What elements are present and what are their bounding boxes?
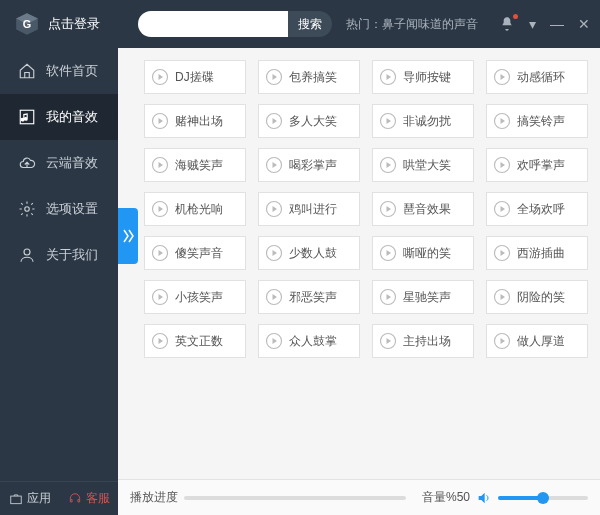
sound-tile[interactable]: 嘶哑的笑 — [372, 236, 474, 270]
sound-label: 嘶哑的笑 — [403, 245, 451, 262]
menu-icon[interactable]: ▾ — [529, 17, 536, 31]
sound-label: 星驰笑声 — [403, 289, 451, 306]
sound-tile[interactable]: 包养搞笑 — [258, 60, 360, 94]
svg-marker-28 — [387, 162, 392, 168]
svg-marker-58 — [273, 338, 278, 344]
sound-tile[interactable]: 少数人鼓 — [258, 236, 360, 270]
sound-tile[interactable]: 全场欢呼 — [486, 192, 588, 226]
topbar: G 点击登录 搜索 热门：鼻子闻味道的声音 ▾ — ✕ — [0, 0, 600, 48]
svg-marker-36 — [387, 206, 392, 212]
player-footer: 播放进度 音量%50 — [118, 479, 600, 515]
sound-tile[interactable]: 动感循环 — [486, 60, 588, 94]
headset-icon — [68, 492, 82, 506]
sidebar-item-home[interactable]: 软件首页 — [0, 48, 118, 94]
sound-tile[interactable]: 喝彩掌声 — [258, 148, 360, 182]
person-icon — [18, 246, 36, 264]
svg-marker-50 — [273, 294, 278, 300]
customer-service-button[interactable]: 客服 — [59, 482, 118, 515]
sidebar-item-about[interactable]: 关于我们 — [0, 232, 118, 278]
sound-label: 主持出场 — [403, 333, 451, 350]
sound-tile[interactable]: 导师按键 — [372, 60, 474, 94]
svg-marker-34 — [273, 206, 278, 212]
sound-tile[interactable]: 海贼笑声 — [144, 148, 246, 182]
sound-tile[interactable]: DJ搓碟 — [144, 60, 246, 94]
sidebar-item-label: 选项设置 — [46, 200, 98, 218]
sound-label: 机枪光响 — [175, 201, 223, 218]
sound-tile[interactable]: 主持出场 — [372, 324, 474, 358]
close-button[interactable]: ✕ — [578, 17, 590, 31]
minimize-button[interactable]: — — [550, 17, 564, 31]
chevron-right-icon — [122, 228, 134, 244]
svg-marker-22 — [501, 118, 506, 124]
sidebar-item-label: 关于我们 — [46, 246, 98, 264]
sound-tile[interactable]: 星驰笑声 — [372, 280, 474, 314]
volume-slider[interactable] — [498, 496, 588, 500]
sound-label: 非诚勿扰 — [403, 113, 451, 130]
sound-tile[interactable]: 鸡叫进行 — [258, 192, 360, 226]
sound-label: DJ搓碟 — [175, 69, 214, 86]
sidebar-item-settings[interactable]: 选项设置 — [0, 186, 118, 232]
login-link[interactable]: 点击登录 — [48, 15, 100, 33]
svg-marker-62 — [501, 338, 506, 344]
svg-marker-52 — [387, 294, 392, 300]
progress-label: 播放进度 — [130, 489, 178, 506]
hot-keywords[interactable]: 热门：鼻子闻味道的声音 — [346, 16, 478, 33]
sidebar-item-my-sounds[interactable]: 我的音效 — [0, 94, 118, 140]
sound-tile[interactable]: 傻笑声音 — [144, 236, 246, 270]
svg-marker-38 — [501, 206, 506, 212]
sound-label: 西游插曲 — [517, 245, 565, 262]
cloud-icon — [18, 154, 36, 172]
sound-label: 英文正数 — [175, 333, 223, 350]
sound-tile[interactable]: 做人厚道 — [486, 324, 588, 358]
music-note-icon — [18, 108, 36, 126]
sound-tile[interactable]: 小孩笑声 — [144, 280, 246, 314]
sidebar: 软件首页 我的音效 云端音效 选项设置 关于我们 应用 — [0, 48, 118, 515]
sound-tile[interactable]: 西游插曲 — [486, 236, 588, 270]
sound-label: 动感循环 — [517, 69, 565, 86]
sound-tile[interactable]: 机枪光响 — [144, 192, 246, 226]
expand-handle[interactable] — [118, 208, 138, 264]
svg-marker-44 — [387, 250, 392, 256]
sound-tile[interactable]: 英文正数 — [144, 324, 246, 358]
sound-tile[interactable]: 哄堂大笑 — [372, 148, 474, 182]
svg-marker-24 — [159, 162, 164, 168]
progress-slider[interactable] — [184, 496, 406, 500]
apps-button[interactable]: 应用 — [0, 482, 59, 515]
sound-tile[interactable]: 琶音效果 — [372, 192, 474, 226]
sound-label: 做人厚道 — [517, 333, 565, 350]
svg-marker-10 — [273, 74, 278, 80]
sound-tile[interactable]: 赌神出场 — [144, 104, 246, 138]
home-icon — [18, 62, 36, 80]
search-button[interactable]: 搜索 — [288, 11, 332, 37]
sound-tile[interactable]: 众人鼓掌 — [258, 324, 360, 358]
svg-marker-18 — [273, 118, 278, 124]
sound-label: 全场欢呼 — [517, 201, 565, 218]
speaker-icon[interactable] — [476, 490, 492, 506]
svg-marker-26 — [273, 162, 278, 168]
sound-tile[interactable]: 搞笑铃声 — [486, 104, 588, 138]
notification-icon[interactable] — [499, 16, 515, 32]
sound-label: 少数人鼓 — [289, 245, 337, 262]
sound-tile[interactable]: 阴险的笑 — [486, 280, 588, 314]
sidebar-item-cloud[interactable]: 云端音效 — [0, 140, 118, 186]
sidebar-item-label: 云端音效 — [46, 154, 98, 172]
svg-marker-8 — [159, 74, 164, 80]
briefcase-icon — [9, 492, 23, 506]
svg-point-5 — [24, 249, 30, 255]
sound-label: 阴险的笑 — [517, 289, 565, 306]
svg-marker-12 — [387, 74, 392, 80]
search-input[interactable] — [138, 11, 288, 37]
sound-label: 琶音效果 — [403, 201, 451, 218]
sound-label: 海贼笑声 — [175, 157, 223, 174]
sound-tile[interactable]: 欢呼掌声 — [486, 148, 588, 182]
sound-tile[interactable]: 非诚勿扰 — [372, 104, 474, 138]
svg-marker-42 — [273, 250, 278, 256]
svg-marker-16 — [159, 118, 164, 124]
sound-label: 包养搞笑 — [289, 69, 337, 86]
sound-tile[interactable]: 多人大笑 — [258, 104, 360, 138]
sound-grid: DJ搓碟包养搞笑导师按键动感循环赌神出场多人大笑非诚勿扰搞笑铃声海贼笑声喝彩掌声… — [144, 60, 588, 358]
svg-marker-30 — [501, 162, 506, 168]
sound-label: 欢呼掌声 — [517, 157, 565, 174]
sound-tile[interactable]: 邪恶笑声 — [258, 280, 360, 314]
gear-icon — [18, 200, 36, 218]
